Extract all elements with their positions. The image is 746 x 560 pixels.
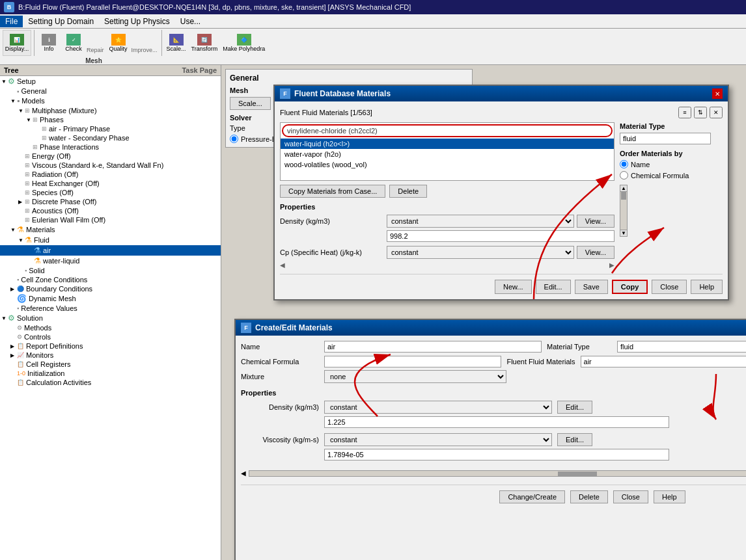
tree-item-air-primary[interactable]: ⊞ air - Primary Phase <box>0 124 221 133</box>
fluid-arrow[interactable]: ▼ <box>18 237 25 243</box>
menu-domain[interactable]: Setting Up Domain <box>23 16 99 27</box>
tree-item-setup[interactable]: ▼ ⚙ Setup <box>0 76 221 87</box>
density-view-btn[interactable]: View... <box>577 215 615 228</box>
scale-task-btn[interactable]: Scale... <box>230 97 271 110</box>
tree-item-water-liquid[interactable]: ⚗ water-liquid <box>0 256 221 266</box>
tree-item-boundary[interactable]: ▶ 🔵 Boundary Conditions <box>0 284 221 293</box>
tree-item-models[interactable]: ▼ ▪ Models <box>0 96 221 106</box>
tree-item-methods[interactable]: ⚙ Methods <box>0 323 221 332</box>
materials-listbox[interactable]: vinylidene-chloride (ch2ccl2) water-liqu… <box>280 122 615 181</box>
boundary-arrow[interactable]: ▶ <box>10 286 17 292</box>
scale-btn[interactable]: 📐 Scale... <box>165 30 188 56</box>
solution-icon: ⚙ <box>8 313 15 323</box>
tree-item-registers[interactable]: 📋 Cell Registers <box>0 360 221 369</box>
filter-btn-1[interactable]: ≡ <box>678 107 691 118</box>
solution-arrow[interactable]: ▼ <box>1 315 8 321</box>
material-item-wood[interactable]: wood-volatiles (wood_vol) <box>281 159 614 170</box>
material-item-water-vapor[interactable]: water-vapor (h2o) <box>281 149 614 159</box>
menu-user[interactable]: Use... <box>175 16 206 27</box>
tree-item-air[interactable]: ⚗ air <box>0 245 221 256</box>
material-item-water-liquid[interactable]: water-liquid (h2o<l>) <box>281 139 614 149</box>
density-value-db[interactable] <box>387 230 615 242</box>
tree-item-monitors[interactable]: ▶ 📈 Monitors <box>0 351 221 360</box>
tree-item-phase-interactions[interactable]: ⊞ Phase Interactions <box>0 142 221 152</box>
tree-item-materials[interactable]: ▼ ⚗ Materials <box>0 224 221 235</box>
density-method-ce[interactable]: constant <box>324 401 552 414</box>
scroll-left[interactable]: ◀ <box>241 470 246 477</box>
materials-arrow[interactable]: ▼ <box>10 227 17 233</box>
tree-item-solid[interactable]: ▪ Solid <box>0 266 221 275</box>
tree-item-discrete[interactable]: ▶ ⊞ Discrete Phase (Off) <box>0 197 221 206</box>
discrete-arrow[interactable]: ▶ <box>18 199 25 205</box>
tree-item-energy[interactable]: ⊞ Energy (Off) <box>0 152 221 161</box>
viscosity-value-ce[interactable] <box>324 449 669 460</box>
tree-item-radiation[interactable]: ⊞ Radiation (Off) <box>0 170 221 179</box>
new-btn[interactable]: New... <box>495 280 532 294</box>
density-method-db[interactable]: constant <box>387 215 574 228</box>
tree-item-solution[interactable]: ▼ ⚙ Solution <box>0 313 221 323</box>
air-primary-icon: ⊞ <box>42 126 47 132</box>
density-edit-btn[interactable]: Edit... <box>557 401 592 414</box>
save-btn[interactable]: Save <box>575 280 608 294</box>
db-help-btn[interactable]: Help <box>691 280 723 294</box>
models-arrow[interactable]: ▼ <box>10 98 17 104</box>
tree-item-reference[interactable]: ▪ Reference Values <box>0 304 221 313</box>
tree-item-cell-zone[interactable]: ▪ Cell Zone Conditions <box>0 275 221 284</box>
ce-close-btn[interactable]: Close <box>613 490 648 503</box>
quality-btn[interactable]: ⭐ Quality <box>107 30 130 56</box>
tree-item-fluid-group[interactable]: ▼ ⚗ Fluid <box>0 235 221 245</box>
tree-content[interactable]: ▼ ⚙ Setup ▪ General ▼ ▪ Models <box>0 76 221 560</box>
viscosity-method-ce[interactable]: constant <box>324 433 552 446</box>
tree-item-species[interactable]: ⊞ Species (Off) <box>0 188 221 197</box>
material-type-input-ce[interactable] <box>617 341 746 353</box>
tree-item-controls[interactable]: ⚙ Controls <box>0 332 221 341</box>
viscosity-edit-btn[interactable]: Edit... <box>557 433 592 446</box>
monitors-arrow[interactable]: ▶ <box>10 353 17 358</box>
polyhedra-btn[interactable]: 🔷 Make Polyhedra <box>221 30 267 56</box>
cp-view-btn[interactable]: View... <box>577 246 615 259</box>
ce-delete-btn[interactable]: Delete <box>570 490 608 503</box>
order-chemical-radio[interactable]: Chemical Formula <box>620 171 723 180</box>
fluent-db-close-btn[interactable]: ✕ <box>712 88 723 99</box>
cp-method-db[interactable]: constant <box>387 246 574 259</box>
ce-help-btn[interactable]: Help <box>654 490 685 503</box>
tree-item-phases[interactable]: ▼ ⊞ Phases <box>0 115 221 124</box>
tree-item-report[interactable]: ▶ 📋 Report Definitions <box>0 341 221 351</box>
filter-btn-2[interactable]: ⇅ <box>694 107 707 118</box>
material-type-input-db[interactable] <box>620 133 711 144</box>
density-value-ce[interactable] <box>324 416 669 428</box>
copy-btn[interactable]: Copy <box>612 280 648 294</box>
order-name-radio[interactable]: Name <box>620 160 723 168</box>
display-btn[interactable]: 📊 Display... <box>3 30 31 56</box>
tree-item-eulerian[interactable]: ⊞ Eulerian Wall Film (Off) <box>0 215 221 224</box>
report-arrow[interactable]: ▶ <box>10 343 17 349</box>
tree-item-acoustics[interactable]: ⊞ Acoustics (Off) <box>0 206 221 215</box>
expand-arrow[interactable]: ▼ <box>1 79 8 85</box>
chem-formula-input-ce[interactable] <box>324 356 501 367</box>
name-input-ce[interactable] <box>324 341 542 353</box>
phases-arrow[interactable]: ▼ <box>26 117 33 123</box>
tree-item-multiphase[interactable]: ▼ ⊞ Multiphase (Mixture) <box>0 106 221 115</box>
mixture-select-ce[interactable]: none <box>324 370 506 383</box>
tree-item-general[interactable]: ▪ General <box>0 87 221 96</box>
tree-item-viscous[interactable]: ⊞ Viscous (Standard k-e, Standard Wall F… <box>0 161 221 170</box>
change-create-btn[interactable]: Change/Create <box>499 490 565 503</box>
tree-item-water-secondary[interactable]: ⊞ water - Secondary Phase <box>0 133 221 142</box>
menu-file[interactable]: File <box>0 16 23 27</box>
copy-from-case-btn[interactable]: Copy Materials from Case... <box>280 185 385 198</box>
tree-item-init[interactable]: 1-0 Initialization <box>0 369 221 378</box>
info-btn[interactable]: ℹ Info <box>37 30 61 56</box>
tree-item-dynamic[interactable]: 🌀 Dynamic Mesh <box>0 293 221 304</box>
multiphase-arrow[interactable]: ▼ <box>18 108 25 114</box>
fluent-fluid-input-ce[interactable] <box>581 356 746 367</box>
edit-btn[interactable]: Edit... <box>536 280 571 294</box>
menu-physics[interactable]: Setting Up Physics <box>99 16 175 27</box>
filter-btn-3[interactable]: ✕ <box>710 107 723 118</box>
db-close-btn[interactable]: Close <box>652 280 687 294</box>
db-delete-btn[interactable]: Delete <box>389 185 427 198</box>
material-item-vinylidene[interactable]: vinylidene-chloride (ch2ccl2) <box>282 124 613 137</box>
transform-btn[interactable]: 🔄 Transform <box>189 30 220 56</box>
tree-item-calc[interactable]: 📋 Calculation Activities <box>0 378 221 387</box>
check-btn[interactable]: ✓ Check <box>62 30 85 56</box>
tree-item-heat[interactable]: ⊞ Heat Exchanger (Off) <box>0 179 221 188</box>
